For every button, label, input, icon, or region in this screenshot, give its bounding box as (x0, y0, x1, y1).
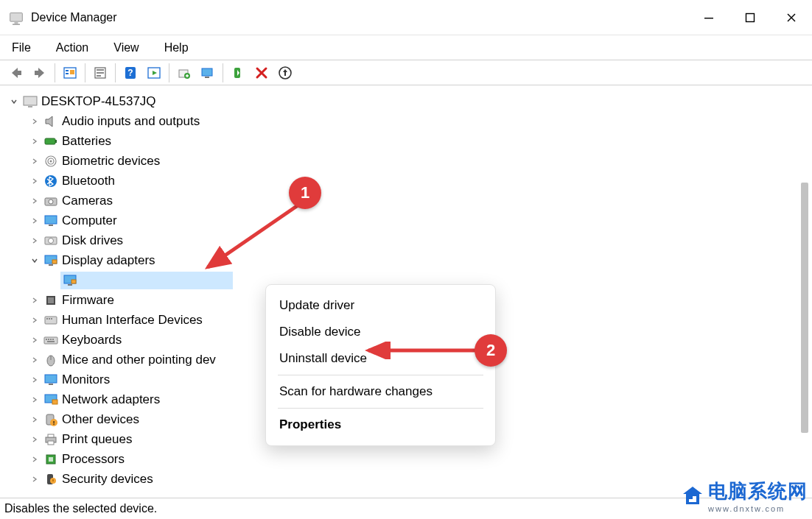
display-adapter-icon (43, 253, 59, 268)
ctx-properties[interactable]: Properties (276, 412, 485, 438)
svg-rect-22 (205, 77, 209, 78)
svg-rect-56 (50, 339, 52, 340)
chevron-right-icon[interactable] (28, 194, 41, 208)
ctx-update-driver[interactable]: Update driver (276, 292, 485, 319)
menu-file[interactable]: File (9, 38, 34, 57)
chevron-right-icon[interactable] (28, 373, 41, 386)
svg-rect-57 (52, 339, 54, 340)
toolbar-separator (85, 63, 85, 82)
network-icon (43, 392, 59, 407)
ctx-scan-hardware[interactable]: Scan for hardware changes (276, 378, 485, 405)
svg-rect-27 (24, 96, 37, 105)
tree-item-processors[interactable]: Processors (7, 449, 812, 469)
svg-rect-45 (68, 284, 72, 286)
uninstall-device-button[interactable] (250, 63, 273, 83)
camera-icon (43, 194, 59, 208)
svg-rect-13 (97, 72, 104, 74)
svg-rect-0 (10, 13, 23, 21)
menu-help[interactable]: Help (161, 38, 192, 57)
svg-rect-30 (55, 140, 57, 143)
security-icon (43, 472, 59, 487)
tree-item-batteries[interactable]: Batteries (7, 131, 812, 151)
svg-rect-61 (45, 375, 57, 383)
title-buttons (688, 0, 812, 35)
selected-device-row[interactable] (60, 272, 233, 289)
tree-root-row[interactable]: DESKTOP-4L537JQ (7, 91, 812, 111)
fingerprint-icon (43, 154, 59, 169)
svg-rect-51 (49, 318, 50, 319)
disable-device-button[interactable] (196, 63, 220, 83)
tree-item-biometric[interactable]: Biometric devices (7, 151, 812, 171)
chevron-right-icon[interactable] (28, 433, 41, 446)
monitor-icon (43, 373, 59, 387)
chevron-right-icon[interactable] (28, 155, 41, 168)
svg-rect-12 (97, 69, 104, 71)
chevron-right-icon[interactable] (28, 115, 41, 128)
svg-rect-43 (52, 260, 57, 264)
svg-rect-54 (46, 339, 47, 340)
tree-item-disk[interactable]: Disk drives (7, 230, 812, 250)
disk-icon (43, 233, 59, 248)
warning-icon: ! (43, 412, 59, 427)
menu-action[interactable]: Action (53, 38, 91, 57)
chevron-right-icon[interactable] (28, 353, 41, 367)
chevron-right-icon[interactable] (28, 473, 41, 486)
close-button[interactable] (771, 0, 812, 35)
action-button[interactable] (142, 63, 166, 83)
svg-rect-9 (66, 73, 69, 74)
tree-item-display-adapters[interactable]: Display adapters (7, 250, 812, 270)
chevron-right-icon[interactable] (28, 393, 41, 406)
svg-rect-1 (15, 22, 18, 24)
speaker-icon (43, 114, 59, 129)
tree-root-label: DESKTOP-4L537JQ (41, 94, 156, 109)
expand-toggle-icon[interactable] (7, 95, 21, 108)
properties-button[interactable] (88, 63, 112, 83)
ctx-disable-device[interactable]: Disable device (276, 319, 485, 345)
svg-rect-72 (49, 457, 53, 462)
chevron-right-icon[interactable] (28, 234, 41, 247)
svg-rect-82 (689, 496, 693, 499)
mouse-icon (43, 353, 59, 367)
annotation-badge-2: 2 (475, 334, 507, 367)
chevron-right-icon[interactable] (28, 174, 41, 188)
help-button[interactable]: ? (119, 63, 142, 83)
svg-rect-29 (45, 138, 55, 144)
chevron-right-icon[interactable] (28, 453, 41, 466)
svg-text:?: ? (127, 68, 133, 78)
svg-rect-46 (71, 280, 76, 283)
chevron-right-icon[interactable] (28, 135, 41, 148)
svg-rect-64 (52, 400, 57, 404)
show-hide-tree-button[interactable] (58, 63, 82, 83)
chevron-right-icon[interactable] (28, 413, 41, 426)
svg-rect-55 (48, 339, 49, 340)
tree-item-audio[interactable]: Audio inputs and outputs (7, 111, 812, 131)
back-button[interactable] (4, 63, 28, 83)
svg-marker-18 (153, 71, 157, 75)
maximize-button[interactable] (729, 0, 771, 35)
forward-button[interactable] (28, 63, 52, 83)
ctx-uninstall-device[interactable]: Uninstall device (276, 345, 485, 372)
minimize-button[interactable] (688, 0, 729, 35)
printer-icon (43, 432, 59, 447)
cpu-icon (43, 452, 59, 467)
scrollbar-thumb[interactable] (801, 183, 808, 433)
chevron-right-icon[interactable] (28, 294, 41, 307)
toolbar: ? (0, 60, 812, 85)
enable-device-button[interactable] (226, 63, 250, 83)
svg-rect-14 (97, 75, 101, 77)
svg-rect-62 (49, 384, 53, 385)
context-menu: Update driver Disable device Uninstall d… (265, 284, 496, 446)
watermark-logo-icon (682, 485, 704, 507)
vertical-scrollbar[interactable] (799, 183, 811, 468)
scan-hardware-button[interactable] (273, 63, 297, 83)
chevron-right-icon[interactable] (28, 214, 41, 227)
svg-marker-26 (283, 69, 287, 76)
menu-view[interactable]: View (111, 38, 141, 57)
chevron-right-icon[interactable] (28, 333, 41, 347)
chevron-down-icon[interactable] (28, 254, 41, 267)
tree-item-cameras[interactable]: Cameras (7, 191, 812, 211)
tree-item-bluetooth[interactable]: Bluetooth (7, 171, 812, 191)
tree-item-computer[interactable]: Computer (7, 211, 812, 230)
chevron-right-icon[interactable] (28, 314, 41, 327)
update-driver-button[interactable] (172, 63, 196, 83)
